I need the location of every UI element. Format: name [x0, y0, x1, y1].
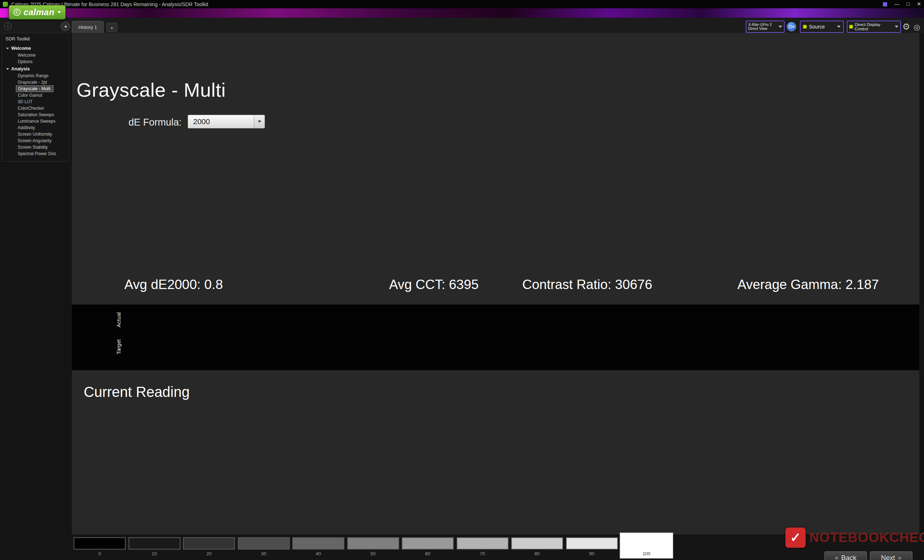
display-control-select[interactable]: Direct Display Control [847, 21, 901, 33]
chevron-down-icon [837, 25, 841, 28]
sidebar-item-grayscale-multi[interactable]: Grayscale - Multi [16, 86, 53, 92]
maximize-button[interactable]: □ [907, 0, 910, 8]
strip-item[interactable] [402, 537, 454, 550]
meter-select-label: X-Rite i1Pro 2 Direct View [748, 23, 777, 31]
strip-item-label: 80 [511, 551, 563, 556]
stat-avg-de2000: Avg dE2000: 0.8 [62, 277, 285, 292]
reticle-icon[interactable]: ◎ [914, 21, 920, 33]
strip-item-label: 90 [566, 551, 618, 556]
sidebar-pin-icon[interactable]: ‹ [4, 22, 12, 30]
sidebar-item-screen-uniformity[interactable]: Screen Uniformity [2, 131, 69, 138]
app-window: Calman 2025 Calman Ultimate for Business… [0, 0, 924, 560]
back-button-label: Back [842, 554, 856, 560]
close-button[interactable]: ✕ [917, 0, 921, 8]
gear-icon[interactable]: ⚙ [902, 21, 910, 33]
sidebar-item-color-gamut[interactable]: Color Gamut [2, 92, 69, 99]
source-status-icon [803, 25, 807, 28]
stat-average-gamma: Average Gamma: 2.187 [696, 277, 920, 292]
select-arrow-box [254, 115, 265, 128]
sidebar: SDR Toolkit WelcomeWelcomeOptionsAnalysi… [2, 33, 69, 162]
accent-gradient-bar [0, 8, 924, 18]
sidebar-item-screen-angularity[interactable]: Screen Angularity [2, 138, 69, 144]
sidebar-group-analysis[interactable]: Analysis [2, 65, 69, 72]
strip-item[interactable] [457, 537, 508, 550]
tab-history-1[interactable]: History 1 [72, 21, 104, 33]
meter-count-badge: 234 [787, 22, 796, 31]
titlebar-color-square-icon [883, 2, 887, 6]
strip-item-label: 60 [402, 551, 454, 556]
strip-item-label: 30 [238, 551, 290, 556]
sidebar-item-welcome[interactable]: Welcome [2, 52, 69, 58]
strip-item[interactable] [129, 537, 180, 550]
strip-item[interactable] [511, 537, 563, 550]
grayscale-swatch-panel [72, 304, 919, 370]
strip-item[interactable] [566, 537, 618, 550]
add-tab-button[interactable]: + [106, 23, 117, 32]
strip-item-label: 40 [292, 551, 344, 556]
strip-item[interactable] [74, 537, 126, 550]
sidebar-item-spectral-power-dist[interactable]: Spectral Power Dist. [2, 150, 69, 157]
sidebar-item-3d-lut[interactable]: 3D LUT [2, 99, 69, 105]
strip-item[interactable] [238, 537, 290, 550]
title-bar: Calman 2025 Calman Ultimate for Business… [0, 0, 924, 8]
chevron-down-icon [6, 68, 9, 70]
next-arrow-icon: » [898, 554, 901, 560]
sidebar-group-label: Welcome [11, 46, 31, 51]
app-icon [3, 2, 8, 7]
chevron-down-icon [778, 25, 782, 28]
strip-item-label: 0 [74, 551, 126, 556]
back-button[interactable]: « Back [824, 551, 867, 560]
meter-mode: Direct View [748, 27, 777, 31]
stat-contrast-ratio: Contrast Ratio: 30676 [476, 277, 699, 292]
next-button-label: Next [881, 554, 895, 560]
sidebar-item-options[interactable]: Options [2, 58, 69, 65]
sidebar-item-screen-stability[interactable]: Screen Stability [2, 144, 69, 150]
strip-item-label: 70 [457, 551, 508, 556]
strip-item[interactable] [347, 537, 399, 550]
source-select-label: Source [809, 24, 825, 30]
sidebar-item-dynamic-range[interactable]: Dynamic Range [2, 72, 69, 79]
de-formula-select[interactable]: 2000 [188, 115, 265, 129]
chevron-down-icon [57, 11, 61, 13]
calman-logo-text: calman [24, 7, 54, 17]
sidebar-item-luminance-sweeps[interactable]: Luminance Sweeps [2, 118, 69, 124]
sidebar-tree: WelcomeWelcomeOptionsAnalysisDynamic Ran… [2, 44, 69, 157]
sidebar-item-grayscale-2pt[interactable]: Grayscale - 2pt [2, 79, 69, 85]
strip-item[interactable] [292, 537, 344, 550]
display-control-status-icon [849, 25, 853, 28]
chevron-down-icon [6, 48, 9, 49]
strip-item-label: 20 [183, 551, 235, 556]
sidebar-title: SDR Toolkit [2, 33, 69, 44]
sidebar-item-saturation-sweeps[interactable]: Saturation Sweeps [2, 111, 69, 118]
sidebar-item-colorchecker[interactable]: ColorChecker [2, 105, 69, 111]
chevron-down-icon [258, 121, 261, 123]
main-content-panel [72, 33, 919, 560]
strip-item-label: 100 [621, 551, 672, 556]
sidebar-group-label: Analysis [11, 66, 30, 72]
chevron-down-icon [895, 25, 898, 28]
sidebar-collapse-button[interactable]: ◄ [61, 22, 70, 31]
source-select[interactable]: Source [800, 21, 844, 33]
sidebar-group-welcome[interactable]: Welcome [2, 44, 69, 52]
strip-item[interactable] [183, 537, 235, 550]
calman-logo-button[interactable]: C calman [9, 5, 66, 19]
back-arrow-icon: « [835, 554, 838, 560]
current-reading-title: Current Reading [84, 384, 190, 400]
swatch-target-label: Target [116, 333, 122, 360]
next-button[interactable]: Next » [870, 551, 912, 560]
sidebar-item-additivity[interactable]: Additivity [2, 124, 69, 131]
meter-select[interactable]: X-Rite i1Pro 2 Direct View [746, 21, 784, 33]
window-controls: — □ ✕ [883, 0, 921, 8]
swatch-actual-label: Actual [116, 307, 122, 332]
minimize-button[interactable]: — [894, 0, 900, 8]
tab-bar [0, 18, 924, 33]
strip-item-label: 50 [347, 551, 399, 556]
strip-item-label: 10 [129, 551, 180, 556]
de-formula-label: dE Formula: [129, 117, 182, 128]
calman-c-icon: C [14, 9, 21, 16]
page-title: Grayscale - Multi [76, 79, 226, 101]
display-control-label: Direct Display Control [855, 22, 893, 31]
de-formula-value: 2000 [193, 117, 210, 126]
